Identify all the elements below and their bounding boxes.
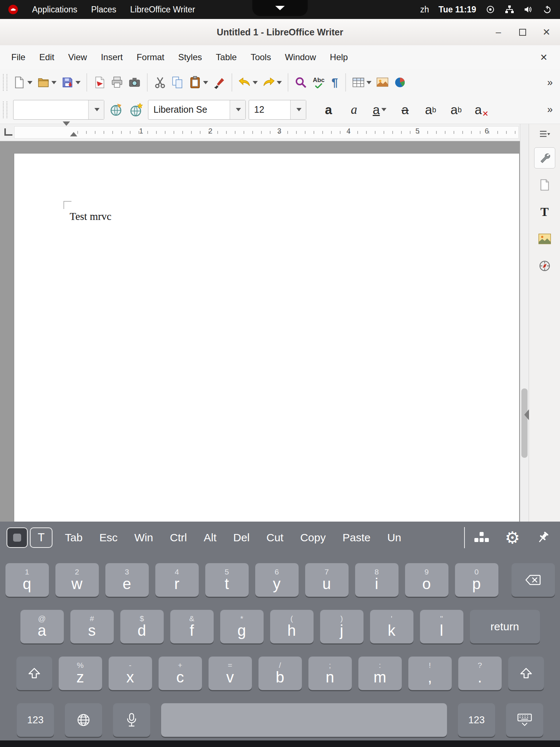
key-g[interactable]: *g xyxy=(220,610,264,643)
find-replace-button[interactable] xyxy=(292,74,309,91)
menu-tools[interactable]: Tools xyxy=(244,45,278,69)
key-numbers-right[interactable]: 123 xyxy=(458,703,495,737)
formatting-marks-button[interactable]: ¶ xyxy=(328,75,341,90)
menu-format[interactable]: Format xyxy=(130,45,171,69)
key-return[interactable]: return xyxy=(470,610,540,643)
sidebar-collapse-arrow[interactable] xyxy=(524,409,529,420)
menu-insert[interactable]: Insert xyxy=(94,45,130,69)
key-space[interactable] xyxy=(161,703,447,737)
menu-window[interactable]: Window xyxy=(278,45,323,69)
kb-key-ctrl[interactable]: Ctrl xyxy=(170,531,187,544)
key-d[interactable]: $d xyxy=(120,610,164,643)
update-style-button[interactable] xyxy=(107,101,125,119)
document-page[interactable]: Test mrvc xyxy=(14,154,519,522)
font-name-input[interactable]: Liberation Se xyxy=(148,100,230,119)
print-button[interactable] xyxy=(109,74,125,91)
font-name-combobox[interactable]: Liberation Se xyxy=(148,100,246,120)
paragraph-style-caret[interactable] xyxy=(88,100,104,119)
kb-key-copy[interactable]: Copy xyxy=(300,531,326,544)
key-m[interactable]: :m xyxy=(358,657,402,690)
key-h[interactable]: (h xyxy=(270,610,314,643)
sidebar-settings-button[interactable] xyxy=(534,127,555,142)
export-pdf-button[interactable] xyxy=(91,74,108,91)
scrollbar-thumb[interactable] xyxy=(521,388,528,458)
toolbar-grip[interactable] xyxy=(3,101,7,118)
key-numbers-left[interactable]: 123 xyxy=(17,703,54,737)
key-z[interactable]: %z xyxy=(59,657,102,690)
network-icon[interactable] xyxy=(505,5,514,14)
paste-dropdown-caret[interactable] xyxy=(203,81,208,84)
key-y[interactable]: 6y xyxy=(255,563,299,597)
screen-share-icon[interactable] xyxy=(486,5,495,14)
key-a[interactable]: @a xyxy=(20,610,64,643)
left-indent-marker[interactable] xyxy=(70,126,77,136)
bold-button[interactable]: a xyxy=(319,99,338,120)
italic-button[interactable]: a xyxy=(344,99,364,120)
tab-stop-selector[interactable] xyxy=(4,128,12,136)
active-app-menu[interactable]: LibreOffice Writer xyxy=(130,5,195,15)
key-i[interactable]: 8i xyxy=(355,563,398,597)
sidebar-properties-button[interactable] xyxy=(534,147,555,169)
insert-chart-button[interactable] xyxy=(392,74,408,91)
kb-key-cut[interactable]: Cut xyxy=(267,531,284,544)
key-f[interactable]: &f xyxy=(170,610,214,643)
new-style-button[interactable] xyxy=(128,101,145,119)
cut-button[interactable] xyxy=(152,74,168,91)
undo-dropdown-caret[interactable] xyxy=(253,81,258,84)
keyboard-settings-button[interactable]: ⚙ xyxy=(505,529,520,546)
key-dismiss-keyboard[interactable] xyxy=(506,703,543,737)
menu-file[interactable]: File xyxy=(4,45,32,69)
clock[interactable]: Tue 11:19 xyxy=(439,5,476,15)
key-v[interactable]: =v xyxy=(209,657,252,690)
open-button[interactable] xyxy=(35,74,58,91)
strikethrough-button[interactable]: a xyxy=(395,99,415,120)
key-backspace[interactable] xyxy=(512,563,555,597)
pin-keyboard-button[interactable] xyxy=(535,530,551,545)
key-c[interactable]: +c xyxy=(159,657,202,690)
paragraph-style-combobox[interactable] xyxy=(13,100,104,120)
first-line-indent-marker[interactable] xyxy=(63,121,70,132)
sidebar-navigator-button[interactable] xyxy=(534,255,555,276)
volume-icon[interactable] xyxy=(524,5,533,14)
key-j[interactable]: )j xyxy=(320,610,363,643)
save-dropdown-caret[interactable] xyxy=(75,81,81,84)
kb-key-undo[interactable]: Un xyxy=(387,531,401,544)
key-k[interactable]: 'k xyxy=(370,610,413,643)
menu-table[interactable]: Table xyxy=(209,45,244,69)
key-s[interactable]: #s xyxy=(70,610,114,643)
formatbar-overflow-button[interactable]: » xyxy=(541,104,559,115)
new-dropdown-caret[interactable] xyxy=(27,81,32,84)
underline-button[interactable]: a xyxy=(370,99,389,120)
paragraph-style-input[interactable] xyxy=(13,100,88,119)
key-n[interactable]: ;n xyxy=(308,657,352,690)
key-u[interactable]: 7u xyxy=(305,563,349,597)
toolbar-overflow-button[interactable]: » xyxy=(541,77,559,88)
horizontal-ruler[interactable]: 1 2 3 4 5 6 xyxy=(0,124,520,141)
power-icon[interactable] xyxy=(542,5,552,14)
new-document-button[interactable] xyxy=(11,74,34,91)
clear-formatting-button[interactable]: a✕ xyxy=(472,99,491,120)
key-globe[interactable] xyxy=(65,703,102,737)
key-p[interactable]: 0p xyxy=(455,563,498,597)
key-e[interactable]: 3e xyxy=(105,563,149,597)
extra-keys-button[interactable] xyxy=(474,531,490,544)
clone-formatting-button[interactable] xyxy=(211,74,228,91)
key-w[interactable]: 2w xyxy=(55,563,99,597)
paste-button[interactable] xyxy=(187,74,210,91)
sidebar-gallery-button[interactable] xyxy=(534,228,555,249)
open-dropdown-caret[interactable] xyxy=(51,81,57,84)
key-period[interactable]: ?. xyxy=(458,657,502,690)
key-x[interactable]: -x xyxy=(109,657,152,690)
key-q[interactable]: 1q xyxy=(5,563,49,597)
key-b[interactable]: /b xyxy=(258,657,302,690)
keyboard-t-button[interactable]: T xyxy=(30,527,52,548)
superscript-button[interactable]: ab xyxy=(421,99,440,120)
applications-menu[interactable]: Applications xyxy=(32,5,77,15)
key-shift-right[interactable] xyxy=(508,657,544,690)
menu-view[interactable]: View xyxy=(61,45,94,69)
toolbar-grip[interactable] xyxy=(3,74,7,91)
minimize-button[interactable]: – xyxy=(490,24,507,40)
redo-dropdown-caret[interactable] xyxy=(277,81,282,84)
font-size-combobox[interactable]: 12 xyxy=(249,100,306,120)
top-center-notch[interactable] xyxy=(252,0,308,16)
